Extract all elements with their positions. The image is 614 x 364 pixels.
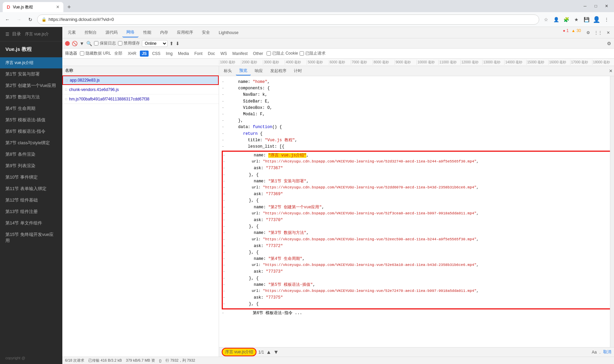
sidebar-item-14[interactable]: 第14节 单文件组件: [0, 217, 62, 229]
sidebar-item-preface[interactable]: 序言 vue.js介绍: [0, 57, 62, 68]
menu-button[interactable]: ⋮: [602, 15, 611, 24]
sidebar-item-4[interactable]: 第4节 生命周期: [0, 103, 62, 114]
search-next-button[interactable]: ▼: [273, 349, 279, 355]
filter-other[interactable]: Other: [251, 51, 265, 57]
ruler-11000: 11000 毫秒: [438, 60, 460, 65]
tab-elements[interactable]: 元素: [64, 28, 80, 37]
vertical-scrollbar[interactable]: [610, 76, 614, 347]
devtools-close-icon[interactable]: ✕: [604, 28, 613, 37]
download-icon[interactable]: ⬇: [176, 41, 180, 46]
preserve-log-checkbox[interactable]: [94, 41, 98, 46]
ruler-4000: 4000 毫秒: [285, 60, 307, 65]
bookmark-icon[interactable]: ★: [572, 15, 581, 24]
save-icon[interactable]: 💾: [582, 15, 591, 24]
tab-sources[interactable]: 源代码: [101, 28, 122, 37]
avatar-icon[interactable]: 👤: [592, 15, 601, 24]
tab-application[interactable]: 应用程序: [173, 28, 197, 37]
file-item-app[interactable]: □ app.08229e83.js: [62, 75, 219, 85]
blocked-request-text: 已阻止请求: [305, 51, 326, 56]
filter-js[interactable]: JS: [140, 51, 149, 57]
search-highlight-badge: 序言 vue.js介绍: [222, 348, 256, 356]
filter-img[interactable]: Img: [164, 51, 175, 57]
devtools-dock-icon[interactable]: ⋮⋮: [594, 28, 603, 37]
sidebar-item-15[interactable]: 第15节 免终端开发vue应用: [0, 229, 62, 246]
record-button[interactable]: [65, 41, 70, 46]
filter-font[interactable]: Font: [192, 51, 205, 57]
devtools-settings-icon[interactable]: ⚙: [584, 28, 592, 37]
disable-cache-checkbox[interactable]: [118, 41, 122, 46]
sidebar-item-11[interactable]: 第11节 表单输入绑定: [0, 183, 62, 194]
req-tab-preview[interactable]: 预览: [236, 67, 251, 75]
sidebar-footer: copyright @: [0, 352, 62, 364]
stop-button[interactable]: 🚫: [72, 41, 78, 46]
sidebar-item-8[interactable]: 第8节 条件渲染: [0, 149, 62, 160]
filter-button[interactable]: ▼: [80, 41, 84, 46]
search-prev-button[interactable]: ▲: [266, 349, 271, 355]
code-sep-3: - }, {: [223, 223, 610, 230]
tab-performance[interactable]: 性能: [139, 28, 155, 37]
tab-network[interactable]: 网络: [122, 28, 139, 37]
period-icon: .: [600, 350, 601, 355]
blocked-request-checkbox[interactable]: [300, 51, 304, 56]
filter-css[interactable]: CSS: [150, 51, 162, 57]
devtools-network-settings[interactable]: ⚙: [607, 41, 611, 46]
req-tab-headers[interactable]: 标头: [220, 67, 235, 75]
sidebar-item-3[interactable]: 第3节 数据与方法: [0, 91, 62, 103]
tab-security[interactable]: 安全: [198, 28, 214, 37]
ruler-10000: 10000 毫秒: [417, 60, 438, 65]
filter-all[interactable]: 全部: [112, 50, 124, 57]
code-sep-2: - }, {: [223, 198, 610, 204]
filter-manifest[interactable]: Manifest: [230, 51, 249, 57]
sidebar-item-9[interactable]: 第9节 列表渲染: [0, 160, 62, 172]
sidebar-item-10[interactable]: 第10节 事件绑定: [0, 172, 62, 183]
file-item-hm[interactable]: □ hm.js?00bafb491a6f746113886317cdd67f38: [62, 94, 219, 104]
blocked-cookie-checkbox[interactable]: [267, 51, 271, 56]
sidebar: ☰ 目录 序言 vue.js介 Vue.js 教程 序言 vue.js介绍 第1…: [0, 27, 62, 364]
search-button[interactable]: 🔍: [86, 41, 92, 46]
filter-xhr[interactable]: XHR: [126, 51, 138, 57]
profile-icon[interactable]: 👤: [551, 15, 561, 24]
sidebar-item-12[interactable]: 第12节 组件基础: [0, 194, 62, 206]
star-icon[interactable]: ☆: [541, 15, 551, 24]
forward-button[interactable]: →: [14, 15, 24, 24]
tab-lighthouse[interactable]: Lighthouse: [215, 28, 243, 37]
req-tab-initiator[interactable]: 发起程序: [267, 67, 290, 75]
code-sep-6: - }, {: [223, 301, 610, 307]
address-bar[interactable]: 🔒 https://learning.dcloud.io/#/?vid=0: [37, 14, 539, 25]
throttle-select[interactable]: Online Slow 3G Fast 3G: [142, 40, 167, 47]
sidebar-item-2[interactable]: 第2节 创建第一个Vue应用: [0, 80, 62, 91]
filter-media[interactable]: Media: [176, 51, 191, 57]
code-lesson-ask-2: - ask: "77369": [223, 191, 610, 198]
tab-memory[interactable]: 内存: [156, 28, 172, 37]
req-tab-response[interactable]: 响应: [251, 67, 266, 75]
minimize-button[interactable]: ─: [580, 1, 590, 11]
tab-close-button[interactable]: ×: [56, 4, 59, 10]
sidebar-item-5[interactable]: 第5节 模板语法-插值: [0, 114, 62, 126]
refresh-button[interactable]: ↻: [26, 15, 35, 24]
back-button[interactable]: ←: [3, 15, 12, 24]
hide-data-url-checkbox[interactable]: [80, 51, 84, 56]
hide-data-url-label[interactable]: 隐藏数据 URL: [80, 51, 111, 56]
blocked-request-label[interactable]: 已阻止请求: [300, 51, 326, 56]
preserve-log-label[interactable]: 保留日志: [94, 40, 116, 46]
new-tab-button[interactable]: +: [64, 2, 74, 12]
disable-cache-label[interactable]: 禁用缓存: [118, 40, 140, 46]
active-tab[interactable]: D Vue.js 教程 ×: [3, 2, 63, 12]
blocked-cookie-label[interactable]: 已阻止 Cookie: [267, 51, 298, 56]
sidebar-item-1[interactable]: 第1节 安装与部署: [0, 68, 62, 80]
upload-icon[interactable]: ⬆: [170, 41, 174, 46]
sidebar-item-6[interactable]: 第6节 模板语法-指令: [0, 126, 62, 137]
tab-console[interactable]: 控制台: [81, 28, 101, 37]
maximize-button[interactable]: □: [591, 1, 601, 11]
extension-icon[interactable]: 🧩: [561, 15, 571, 24]
file-item-vendors[interactable]: □ chunk-vendors.41e6d796.js: [62, 85, 219, 94]
close-detail-button[interactable]: ✕: [609, 68, 613, 73]
req-tab-timing[interactable]: 计时: [290, 67, 305, 75]
filter-ws[interactable]: WS: [218, 51, 229, 57]
filter-doc[interactable]: Doc: [206, 51, 217, 57]
sidebar-item-7[interactable]: 第7节 class与style绑定: [0, 137, 62, 149]
close-button[interactable]: ✕: [602, 1, 611, 11]
sidebar-item-13[interactable]: 第13节 组件注册: [0, 206, 62, 217]
cancel-search-button[interactable]: 取消: [603, 349, 611, 355]
ruler-5000: 5000 毫秒: [307, 60, 329, 65]
